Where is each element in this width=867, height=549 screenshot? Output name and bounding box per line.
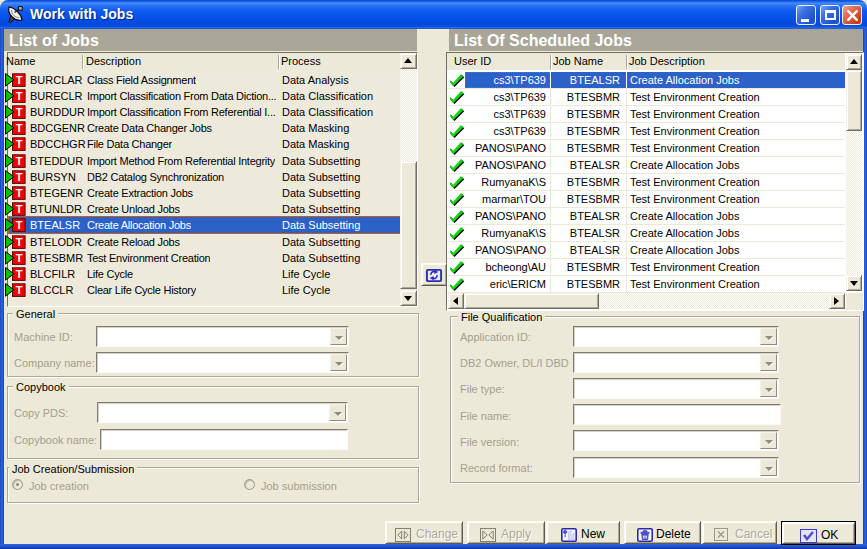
svg-text:T: T [16, 236, 23, 248]
svg-text:T: T [16, 203, 23, 215]
svg-text:T: T [16, 171, 23, 183]
svg-text:T: T [16, 268, 23, 280]
svg-text:T: T [16, 155, 23, 167]
svg-text:T: T [16, 219, 23, 231]
svg-text:T: T [16, 90, 23, 102]
svg-text:T: T [16, 74, 23, 86]
svg-text:T: T [16, 284, 23, 296]
svg-text:T: T [16, 252, 23, 264]
svg-text:T: T [16, 187, 23, 199]
svg-text:T: T [16, 106, 23, 118]
svg-text:T: T [16, 122, 23, 134]
svg-text:T: T [16, 138, 23, 150]
